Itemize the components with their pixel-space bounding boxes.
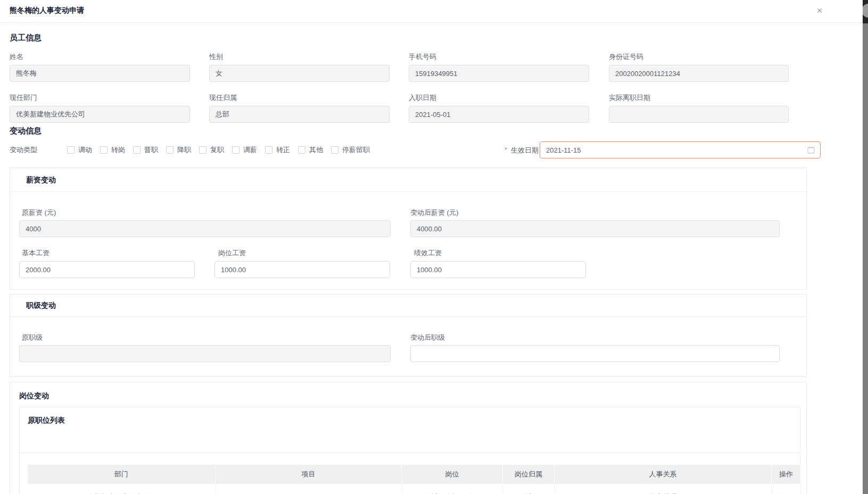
table-row: 优美新建物业优先公司 总部测试工程师 总部 档案关系 卸职 <box>28 484 801 494</box>
position-change-title: 岗位变动 <box>19 391 49 401</box>
checkbox-icon[interactable] <box>133 146 140 154</box>
original-position-list-title: 原职位列表 <box>28 416 65 425</box>
cell-post-belong: 总部 <box>503 484 555 494</box>
new-rank-input[interactable] <box>410 345 780 362</box>
phone-field <box>409 65 589 82</box>
checkbox-label: 调动 <box>78 145 92 155</box>
post-salary-input[interactable] <box>214 261 390 278</box>
checkbox-label: 其他 <box>309 145 323 155</box>
original-rank-field <box>19 345 391 362</box>
checkbox-icon[interactable] <box>265 146 272 154</box>
performance-salary-input[interactable] <box>410 261 586 278</box>
section-title-change-info: 变动信息 <box>10 126 42 136</box>
checkbox-label: 调薪 <box>243 145 257 155</box>
checkbox-item-salary-adjust[interactable]: 调薪 <box>232 145 257 155</box>
gender-field <box>209 65 390 82</box>
id-number-field <box>609 65 789 82</box>
position-table: 部门 项目 岗位 岗位归属 人事关系 操作 优美新建物业优先公司 总部测试工程师… <box>28 465 801 494</box>
original-position-list-header: 原职位列表 <box>20 407 800 453</box>
scrollbar[interactable] <box>863 0 868 494</box>
leave-date-field <box>609 106 789 123</box>
hire-date-field <box>409 106 589 123</box>
base-salary-input[interactable] <box>19 261 195 278</box>
current-belong-label: 现任归属 <box>209 93 237 103</box>
checkbox-item-unpaid-leave[interactable]: 停薪留职 <box>331 145 370 155</box>
effective-date-input[interactable] <box>540 141 821 158</box>
personnel-change-dialog: 熊冬梅的人事变动申请 × 员工信息 姓名 性别 手机号码 身份证号码 现任部门 … <box>0 0 868 494</box>
checkbox-icon[interactable] <box>298 146 305 154</box>
checkbox-label: 晋职 <box>144 145 158 155</box>
original-salary-label: 原薪资 (元) <box>22 208 56 217</box>
position-change-card: 岗位变动 原职位列表 部门 项目 岗位 岗位归属 人事关系 操作 优美新建物业优… <box>10 382 807 494</box>
checkbox-item-promotion[interactable]: 晋职 <box>133 145 158 155</box>
checkbox-item-regularization[interactable]: 转正 <box>265 145 290 155</box>
new-salary-label: 变动后薪资 (元) <box>410 208 458 217</box>
hire-date-label: 入职日期 <box>409 93 436 103</box>
cell-hr-relation: 档案关系 <box>555 484 772 494</box>
column-header-department: 部门 <box>28 465 216 484</box>
new-rank-label: 变动后职级 <box>410 333 445 342</box>
checkbox-icon[interactable] <box>166 146 173 154</box>
change-type-checkbox-group: 调动 转岗 晋职 降职 复职 调薪 转正 其他 停薪留职 <box>67 145 370 155</box>
cell-post: 总部测试工程师 <box>402 484 503 494</box>
checkbox-item-other[interactable]: 其他 <box>298 145 323 155</box>
section-title-employee-info: 员工信息 <box>10 33 42 43</box>
gender-label: 性别 <box>209 52 223 62</box>
checkbox-icon[interactable] <box>331 146 338 154</box>
dialog-header: 熊冬梅的人事变动申请 × <box>0 0 863 23</box>
checkbox-icon[interactable] <box>232 146 239 154</box>
current-department-label: 现任部门 <box>10 93 37 103</box>
column-header-post-belong: 岗位归属 <box>503 465 555 484</box>
checkbox-item-post-change[interactable]: 转岗 <box>100 145 125 155</box>
change-type-label: 变动类型 <box>10 145 37 155</box>
phone-label: 手机号码 <box>409 52 436 62</box>
rank-change-card: 职级变动 原职级 变动后职级 <box>10 294 807 377</box>
original-rank-label: 原职级 <box>22 333 43 342</box>
salary-change-card-header: 薪资变动 <box>10 168 806 192</box>
cell-project <box>216 484 402 494</box>
name-field <box>10 65 190 82</box>
column-header-post: 岗位 <box>402 465 503 484</box>
checkbox-label: 降职 <box>177 145 191 155</box>
post-salary-label: 岗位工资 <box>218 248 246 258</box>
table-header-row: 部门 项目 岗位 岗位归属 人事关系 操作 <box>28 465 801 484</box>
current-belong-field <box>209 106 390 123</box>
checkbox-label: 转岗 <box>111 145 125 155</box>
checkbox-icon[interactable] <box>100 146 108 154</box>
salary-change-card: 薪资变动 原薪资 (元) 变动后薪资 (元) 基本工资 岗位工资 绩效工资 <box>10 168 807 290</box>
checkbox-icon[interactable] <box>199 146 206 154</box>
checkbox-label: 转正 <box>276 145 290 155</box>
checkbox-label: 复职 <box>210 145 224 155</box>
new-salary-field <box>410 220 780 237</box>
column-header-project: 项目 <box>216 465 402 484</box>
cell-department: 优美新建物业优先公司 <box>28 484 216 494</box>
checkbox-item-demotion[interactable]: 降职 <box>166 145 191 155</box>
current-department-field <box>10 106 190 123</box>
name-label: 姓名 <box>10 52 23 62</box>
checkbox-icon[interactable] <box>67 146 75 154</box>
dialog-title: 熊冬梅的人事变动申请 <box>10 6 84 15</box>
column-header-action: 操作 <box>772 465 801 484</box>
salary-change-title: 薪资变动 <box>26 175 56 185</box>
scrollbar-knob[interactable] <box>863 4 868 18</box>
checkbox-item-transfer[interactable]: 调动 <box>67 145 92 155</box>
effective-date-label: 生效日期 <box>511 146 539 155</box>
leave-date-label: 实际离职日期 <box>609 93 650 103</box>
rank-change-title: 职级变动 <box>26 301 56 311</box>
column-header-hr-relation: 人事关系 <box>555 465 772 484</box>
checkbox-label: 停薪留职 <box>342 145 370 155</box>
original-position-list-card: 原职位列表 部门 项目 岗位 岗位归属 人事关系 操作 优美新建物业优先公司 总… <box>19 407 800 494</box>
close-icon[interactable]: × <box>813 4 826 17</box>
effective-date-picker <box>540 141 821 158</box>
calendar-icon[interactable] <box>807 146 815 154</box>
id-number-label: 身份证号码 <box>609 52 643 62</box>
performance-salary-label: 绩效工资 <box>414 248 442 258</box>
rank-change-card-header: 职级变动 <box>10 295 806 317</box>
checkbox-item-reinstatement[interactable]: 复职 <box>199 145 224 155</box>
original-salary-field <box>19 220 391 237</box>
required-mark: * <box>505 146 507 154</box>
base-salary-label: 基本工资 <box>22 248 49 258</box>
